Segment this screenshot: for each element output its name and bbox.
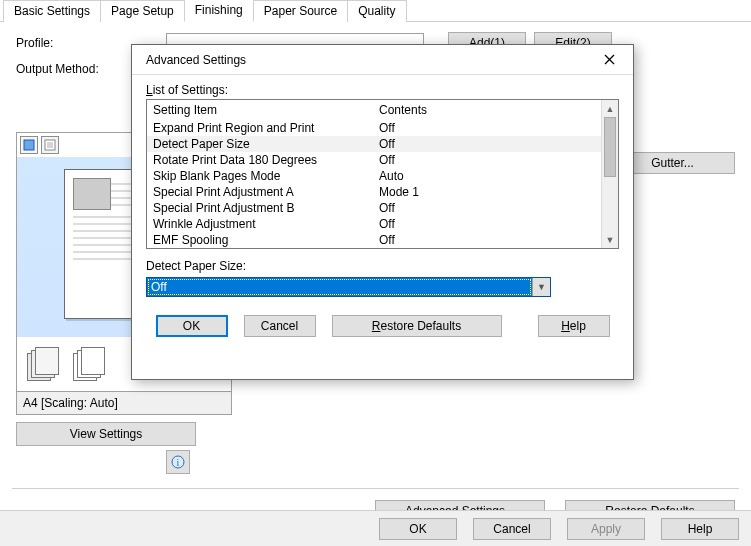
svg-rect-0 xyxy=(24,140,34,150)
cell-contents: Auto xyxy=(377,169,618,183)
combo-value: Off xyxy=(147,278,532,296)
col-setting-item: Setting Item xyxy=(147,103,377,117)
list-row[interactable]: Skip Blank Pages ModeAuto xyxy=(147,168,618,184)
apply-button[interactable]: Apply xyxy=(567,518,645,540)
cell-contents: Off xyxy=(377,121,618,135)
scroll-up-icon[interactable]: ▲ xyxy=(602,100,618,117)
advanced-settings-dialog: Advanced Settings List of Settings: Sett… xyxy=(131,44,634,380)
list-row[interactable]: Special Print Adjustment AMode 1 xyxy=(147,184,618,200)
dialog-restore-defaults-button[interactable]: Restore Defaults xyxy=(332,315,502,337)
scroll-thumb[interactable] xyxy=(604,117,616,177)
cell-setting-item: Expand Print Region and Print xyxy=(147,121,377,135)
dialog-ok-button[interactable]: OK xyxy=(156,315,228,337)
detect-paper-size-combo[interactable]: Off ▼ xyxy=(146,277,551,297)
scroll-down-icon[interactable]: ▼ xyxy=(602,231,618,248)
cell-contents: Off xyxy=(377,137,618,151)
list-scrollbar[interactable]: ▲ ▼ xyxy=(601,100,618,248)
info-icon-button[interactable]: i xyxy=(166,450,190,474)
cell-contents: Off xyxy=(377,217,618,231)
list-label: List of Settings: xyxy=(146,83,619,97)
collate-icon-filled[interactable] xyxy=(27,347,61,381)
list-row[interactable]: Wrinkle AdjustmentOff xyxy=(147,216,618,232)
list-header: Setting Item Contents xyxy=(147,100,618,120)
settings-list[interactable]: Setting Item Contents Expand Print Regio… xyxy=(146,99,619,249)
tab-finishing[interactable]: Finishing xyxy=(184,0,254,22)
cell-setting-item: EMF Spooling xyxy=(147,233,377,247)
tab-quality[interactable]: Quality xyxy=(347,0,406,22)
tab-basic-settings[interactable]: Basic Settings xyxy=(3,0,101,22)
cell-contents: Off xyxy=(377,153,618,167)
help-button[interactable]: Help xyxy=(661,518,739,540)
list-row[interactable]: Expand Print Region and PrintOff xyxy=(147,120,618,136)
bottom-bar: OK Cancel Apply Help xyxy=(0,510,751,546)
cancel-button[interactable]: Cancel xyxy=(473,518,551,540)
dialog-cancel-button[interactable]: Cancel xyxy=(244,315,316,337)
list-row[interactable]: EMF SpoolingOff xyxy=(147,232,618,248)
preview-status: A4 [Scaling: Auto] xyxy=(17,391,231,414)
dialog-title: Advanced Settings xyxy=(146,53,246,67)
list-row[interactable]: Detect Paper SizeOff xyxy=(147,136,618,152)
cell-setting-item: Skip Blank Pages Mode xyxy=(147,169,377,183)
tab-page-setup[interactable]: Page Setup xyxy=(100,0,185,22)
tab-paper-source[interactable]: Paper Source xyxy=(253,0,348,22)
separator xyxy=(12,488,739,489)
list-row[interactable]: Rotate Print Data 180 DegreesOff xyxy=(147,152,618,168)
cell-contents: Off xyxy=(377,201,618,215)
field-label: Detect Paper Size: xyxy=(146,259,619,273)
dialog-help-button[interactable]: Help xyxy=(538,315,610,337)
cell-setting-item: Special Print Adjustment B xyxy=(147,201,377,215)
cell-setting-item: Special Print Adjustment A xyxy=(147,185,377,199)
close-icon[interactable] xyxy=(593,49,625,71)
preview-mode-icon-1[interactable] xyxy=(20,136,38,154)
cell-contents: Off xyxy=(377,233,618,247)
cell-setting-item: Rotate Print Data 180 Degrees xyxy=(147,153,377,167)
tab-strip: Basic Settings Page Setup Finishing Pape… xyxy=(0,0,751,22)
chevron-down-icon[interactable]: ▼ xyxy=(532,278,550,296)
cell-contents: Mode 1 xyxy=(377,185,618,199)
svg-text:i: i xyxy=(177,457,180,468)
preview-mode-icon-2[interactable] xyxy=(41,136,59,154)
col-contents: Contents xyxy=(377,103,618,117)
collate-icon-blank[interactable] xyxy=(73,347,107,381)
list-row[interactable]: Special Print Adjustment BOff xyxy=(147,200,618,216)
ok-button[interactable]: OK xyxy=(379,518,457,540)
cell-setting-item: Wrinkle Adjustment xyxy=(147,217,377,231)
view-settings-button[interactable]: View Settings xyxy=(16,422,196,446)
cell-setting-item: Detect Paper Size xyxy=(147,137,377,151)
